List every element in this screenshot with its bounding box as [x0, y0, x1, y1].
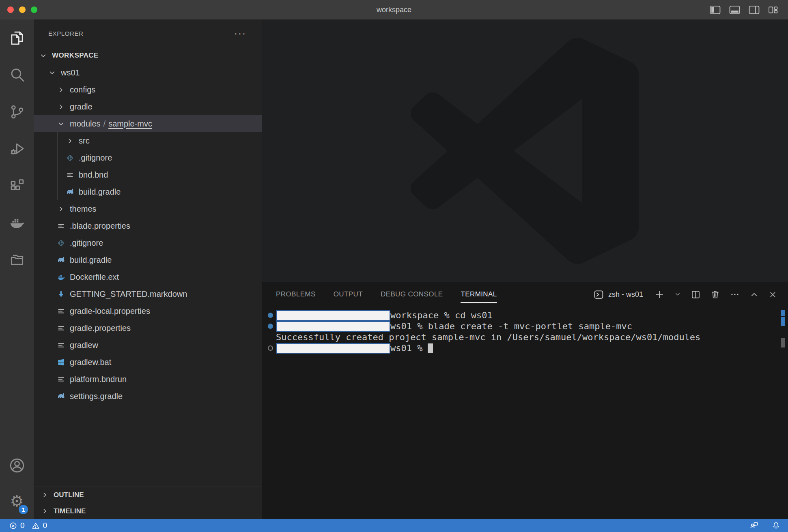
bell-icon[interactable] [771, 521, 781, 530]
section-header-outline[interactable]: OUTLINE [34, 487, 262, 503]
toggle-panel-icon[interactable] [729, 5, 740, 15]
tree-item-src[interactable]: src [34, 132, 262, 149]
tree-item-blade-properties[interactable]: .blade.properties [34, 217, 262, 234]
activity-item-extensions[interactable] [0, 167, 34, 204]
tree-item-themes[interactable]: themes [34, 200, 262, 217]
close-panel-button[interactable] [768, 290, 777, 299]
minimize-window-button[interactable] [19, 6, 26, 13]
tree-item-getting-started-markdown[interactable]: GETTING_STARTED.markdown [34, 285, 262, 302]
extensions-icon [9, 177, 26, 194]
section-header-timeline[interactable]: TIMELINE [34, 503, 262, 519]
docker-icon [8, 214, 26, 231]
source-control-icon [9, 103, 26, 120]
activity-bar: ⚙1 [0, 19, 34, 519]
activity-item-run-debug[interactable] [0, 130, 34, 167]
redacted-prompt-region [276, 310, 390, 321]
tree-item-gradlew-bat[interactable]: gradlew.bat [34, 354, 262, 371]
tree-item-gradlew[interactable]: gradlew [34, 337, 262, 354]
tree-item-label: WORKSPACE [52, 51, 99, 60]
panel-actions: zsh - ws01 [593, 282, 777, 307]
tree-item-gradle-properties[interactable]: gradle.properties [34, 320, 262, 337]
tree-item-label: src [79, 136, 90, 146]
terminal-text: workspace % cd ws01 [390, 310, 493, 320]
toggle-sidebar-icon[interactable] [710, 5, 721, 15]
tree-item-platform-bndrun[interactable]: platform.bndrun [34, 371, 262, 388]
tree-item-label: platform.bndrun [70, 375, 127, 384]
explorer-title: EXPLORER [48, 30, 84, 37]
tree-item-build-gradle[interactable]: build.gradle [34, 251, 262, 268]
terminal-shell-selector[interactable]: zsh - ws01 [593, 289, 643, 300]
decoration-dot [268, 313, 273, 318]
vscode-logo-watermark [405, 37, 645, 264]
panel-tab-output[interactable]: OUTPUT [334, 290, 363, 298]
tree-item-settings-gradle[interactable]: settings.gradle [34, 388, 262, 405]
tree-item-ws01[interactable]: ws01 [34, 64, 262, 81]
terminal-line: ws01 % [265, 343, 788, 354]
explorer-sidebar: EXPLORER ··· WORKSPACEws01configsgradlem… [34, 19, 262, 519]
chevron-right-icon [40, 506, 50, 516]
maximize-panel-button[interactable] [749, 290, 759, 299]
tree-item-dockerfile-ext[interactable]: Dockerfile.ext [34, 268, 262, 285]
docker-file-icon [55, 273, 67, 281]
tree-item-label: settings.gradle [70, 392, 123, 401]
tree-item-gradle[interactable]: gradle [34, 98, 262, 115]
tree-item-gitignore[interactable]: .gitignore [34, 234, 262, 251]
new-terminal-button[interactable] [654, 289, 665, 300]
tree-item-configs[interactable]: configs [34, 81, 262, 98]
problems-status[interactable]: 0 0 [9, 521, 47, 530]
explorer-icon [9, 30, 26, 47]
panel-tab-terminal[interactable]: TERMINAL [461, 290, 497, 298]
activity-item-explorer[interactable] [0, 19, 34, 56]
terminal-picker-button[interactable] [674, 291, 681, 298]
windows-file-icon [55, 358, 67, 367]
tree-item-label: gradle.properties [70, 324, 131, 333]
tree-item-gitignore[interactable]: .gitignore [34, 149, 262, 166]
list-file-icon [55, 307, 67, 315]
activity-item-docker[interactable] [0, 204, 34, 241]
activity-item-remote-folders[interactable] [0, 241, 34, 278]
tree-item-workspace[interactable]: WORKSPACE [34, 47, 262, 64]
terminal-text: Successfully created project sample-mvc … [276, 332, 700, 342]
panel-tab-problems[interactable]: PROBLEMS [276, 290, 316, 298]
tree-item-gradle-local-properties[interactable]: gradle-local.properties [34, 302, 262, 320]
tree-item-label: .blade.properties [70, 221, 130, 231]
decoration-dot [268, 324, 273, 329]
markdown-file-icon [55, 290, 67, 298]
chevron-down-icon [46, 68, 58, 77]
tree-item-label: modules [70, 119, 101, 129]
sidebar-bottom-sections: OUTLINETIMELINE [34, 487, 262, 519]
explorer-more-actions-button[interactable]: ··· [234, 31, 246, 35]
tree-item-label: GETTING_STARTED.markdown [70, 290, 187, 299]
tree-item-label: themes [70, 204, 97, 214]
terminal-line: ws01 % blade create -t mvc-portlet sampl… [265, 321, 788, 332]
tree-item-compact-child: sample-mvc [108, 119, 152, 129]
feedback-icon[interactable] [749, 521, 759, 530]
panel-tab-debug-console[interactable]: DEBUG CONSOLE [381, 290, 443, 298]
panel-tab-strip: PROBLEMSOUTPUTDEBUG CONSOLETERMINALzsh -… [262, 282, 788, 307]
terminal[interactable]: workspace % cd ws01ws01 % blade create -… [262, 307, 788, 354]
zoom-window-button[interactable] [31, 6, 37, 13]
tree-item-build-gradle[interactable]: build.gradle [34, 183, 262, 200]
activity-item-accounts[interactable] [0, 448, 34, 483]
more-actions-button[interactable] [730, 289, 740, 300]
warning-count: 0 [43, 521, 47, 530]
terminal-shell-label: zsh - ws01 [608, 290, 643, 299]
customize-layout-icon[interactable] [768, 5, 779, 15]
kill-terminal-button[interactable] [710, 290, 720, 300]
toggle-secondary-sidebar-icon[interactable] [749, 5, 760, 15]
activity-item-source-control[interactable] [0, 93, 34, 130]
compact-path-separator: / [103, 119, 106, 129]
activity-item-search[interactable] [0, 56, 34, 93]
close-window-button[interactable] [7, 6, 14, 13]
activity-item-settings[interactable]: ⚙1 [0, 483, 34, 519]
search-icon [9, 66, 26, 84]
section-title: TIMELINE [54, 507, 86, 515]
window-title: workspace [0, 6, 788, 14]
terminal-scrollbar[interactable] [781, 338, 785, 348]
warning-icon [31, 521, 40, 530]
split-terminal-button[interactable] [691, 290, 701, 300]
tree-item-bnd-bnd[interactable]: bnd.bnd [34, 166, 262, 183]
chevron-right-icon [55, 85, 67, 94]
tree-item-label: ws01 [61, 68, 80, 77]
tree-item-modules[interactable]: modules/sample-mvc [34, 115, 262, 132]
